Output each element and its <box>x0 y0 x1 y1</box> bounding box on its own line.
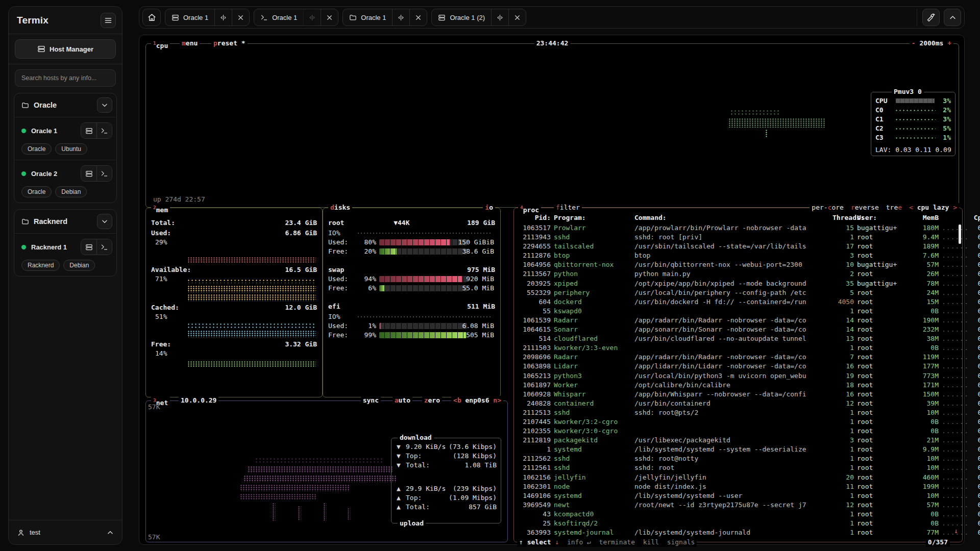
host-manager-button[interactable]: Host Manager <box>15 39 116 59</box>
proc-scrollbar[interactable] <box>959 224 961 244</box>
group-collapse-button[interactable] <box>97 214 112 229</box>
tab-split-button[interactable] <box>491 9 508 26</box>
admin-tools-button[interactable] <box>922 9 940 26</box>
host-group-header[interactable]: Oracle <box>14 93 116 117</box>
sidebar-footer[interactable]: test <box>9 520 122 544</box>
tab-split-button[interactable] <box>392 9 409 26</box>
session-tab-main[interactable]: Oracle 1 (2) <box>432 14 491 21</box>
proc-reverse-toggle[interactable]: reverse <box>851 203 879 212</box>
proc-row[interactable]: 43kcompactd01root0B........0.0 <box>514 510 962 519</box>
proc-row[interactable]: 3969549newt/root/newt --id z3rtyep2175u8… <box>514 500 962 510</box>
proc-row[interactable]: 2112876btopbtop3root7.6M........0.2 <box>514 251 962 260</box>
select-key[interactable]: select <box>527 538 551 546</box>
proc-row[interactable]: 552329periphery/usr/local/bin/periphery … <box>514 288 962 297</box>
tab-split-button[interactable] <box>214 9 232 26</box>
host-item[interactable]: Oracle 2OracleDebian <box>14 160 116 203</box>
group-collapse-button[interactable] <box>97 97 112 113</box>
proc-row[interactable]: 55kswapd01root0B........0.0 <box>514 307 962 316</box>
net-auto-toggle[interactable]: auto <box>393 396 412 405</box>
proc-filter-button[interactable]: filter <box>554 203 582 212</box>
proc-row[interactable]: 2098696Radarr/app/radarr/bin/Radarr -nob… <box>514 353 962 362</box>
cpu-box-title[interactable]: 1cpu <box>151 39 170 51</box>
proc-table[interactable]: 1063517Prowlarr/app/prowlarr/bin/Prowlar… <box>514 223 962 537</box>
session-tab[interactable]: Oracle 1 <box>165 9 250 26</box>
proc-row[interactable]: 604dockerd/usr/bin/dockerd -H fd:// --co… <box>514 297 962 307</box>
tab-close-button[interactable] <box>321 9 338 26</box>
host-terminal-button[interactable] <box>96 123 112 138</box>
home-button[interactable] <box>142 9 161 26</box>
proc-row[interactable]: 2107445kworker/3:2-cgro1root0B........0.… <box>514 417 962 427</box>
sidebar-menu-button[interactable] <box>101 13 116 28</box>
proc-row[interactable]: 1063517Prowlarr/app/prowlarr/bin/Prowlar… <box>514 223 962 233</box>
host-connect-button[interactable] <box>81 123 96 138</box>
proc-row[interactable]: 240828containerd/usr/bin/containerd12roo… <box>514 399 962 408</box>
sidebar-header: Termix <box>9 7 122 34</box>
terminate-key[interactable]: terminate <box>599 538 635 546</box>
proc-row[interactable]: 2294655tailscaled/usr/sbin/tailscaled --… <box>514 242 962 251</box>
download-arrow-icon: ▼ <box>397 442 401 452</box>
host-terminal-button[interactable] <box>96 239 112 255</box>
proc-row[interactable]: 1064956qbittorrent-nox/usr/bin/qbittorre… <box>514 260 962 269</box>
proc-row[interactable]: 2112561sshdsshd: root1root10M........0.0 <box>514 463 962 472</box>
kill-key[interactable]: kill <box>643 538 659 546</box>
host-item[interactable]: Racknerd 1RacknerdDebian <box>14 233 116 276</box>
refresh-interval-control[interactable]: - 2000ms + <box>910 39 953 48</box>
proc-row[interactable]: 1061539Radarr/app/radarr/bin/Radarr -nob… <box>514 316 962 325</box>
tab-close-button[interactable] <box>232 9 249 26</box>
proc-scroll-down-arrow[interactable]: ↓ <box>954 527 958 535</box>
collapse-topbar-button[interactable] <box>944 9 961 26</box>
proc-percore-toggle[interactable]: per-core <box>812 203 844 212</box>
proc-header-row[interactable]: Pid: Program: Command: Threads: User: Me… <box>514 213 962 222</box>
proc-row[interactable]: 514cloudflared/usr/bin/cloudflared --no-… <box>514 334 962 343</box>
host-connect-button[interactable] <box>81 166 96 181</box>
proc-row[interactable]: 2113567pythonpython main.py2root26M.....… <box>514 269 962 279</box>
mem-box-title[interactable]: 2mem <box>151 203 170 215</box>
proc-row[interactable]: 363993systemd-journal/lib/systemd/system… <box>514 528 962 537</box>
disks-io-toggle[interactable]: io <box>483 203 495 212</box>
proc-cell: ........ <box>942 390 967 399</box>
tab-split-button[interactable] <box>303 9 321 26</box>
proc-row[interactable]: 2111503kworker/3:3-even1root0B........0.… <box>514 343 962 353</box>
proc-row[interactable]: 1systemd/lib/systemd/systemd --system --… <box>514 445 962 454</box>
session-tab[interactable]: Oracle 1 <box>254 9 338 26</box>
session-tab[interactable]: Oracle 1 (2) <box>431 9 526 26</box>
session-tab-main[interactable]: Oracle 1 <box>165 14 214 21</box>
disks-box-title[interactable]: disks <box>328 203 352 212</box>
proc-row[interactable]: 2112562sshdsshd: root@notty1root10M.....… <box>514 454 962 463</box>
proc-row[interactable]: 1065213python3/usr/local/bin/python3 -m … <box>514 371 962 381</box>
proc-row[interactable]: 1469106systemd/lib/systemd/systemd --use… <box>514 491 962 500</box>
proc-row[interactable]: 2113943sshdsshd: root [priv]1root9.4M...… <box>514 233 962 242</box>
net-zero-toggle[interactable]: zero <box>422 396 442 405</box>
host-connect-button[interactable] <box>81 239 96 255</box>
proc-row[interactable]: 2112513sshdsshd: root@pts/21root10M.....… <box>514 408 962 417</box>
proc-row[interactable]: 1062156jellyfin/jellyfin/jellyfin20root4… <box>514 473 962 482</box>
cpu-menu-button[interactable]: menu <box>180 39 200 48</box>
proc-row[interactable]: 203925xpiped/opt/xpipe/app/bin/xpiped --… <box>514 279 962 288</box>
tab-close-button[interactable] <box>409 9 427 26</box>
session-tab[interactable]: Oracle 1 <box>342 9 427 26</box>
proc-tree-toggle[interactable]: tree <box>886 203 902 212</box>
cpu-preset-button[interactable]: preset * <box>211 39 248 48</box>
tab-close-button[interactable] <box>508 9 526 26</box>
host-terminal-button[interactable] <box>96 166 112 181</box>
search-input[interactable] <box>15 69 116 87</box>
proc-row[interactable]: 1064615Sonarr/app/sonarr/bin/Sonarr -nob… <box>514 325 962 334</box>
proc-row[interactable]: 25ksoftirqd/21root0B........0.0 <box>514 519 962 528</box>
net-interface-selector[interactable]: <b enp0s6 n> <box>451 396 503 405</box>
net-sync-toggle[interactable]: sync <box>361 396 381 405</box>
terminal-panel[interactable]: 1cpu menu preset * 23:44:42 - 2000ms + u… <box>139 35 965 545</box>
session-tab-main[interactable]: Oracle 1 <box>254 14 303 21</box>
proc-row[interactable]: 1062301nodenode dist/index.js11root199M.… <box>514 482 962 491</box>
proc-sort-selector[interactable]: < cpu lazy > <box>909 203 957 212</box>
chevron-up-icon[interactable] <box>107 529 114 536</box>
proc-row[interactable]: 2102355kworker/3:0-cgro1root0B........0.… <box>514 427 962 436</box>
proc-row[interactable]: 1060928Whisparr/app/bin/Whisparr --nobro… <box>514 390 962 399</box>
session-tab-main[interactable]: Oracle 1 <box>343 14 392 21</box>
info-key[interactable]: info ↵ <box>567 538 591 546</box>
proc-row[interactable]: 1063898Lidarr/app/lidarr/bin/Lidarr -nob… <box>514 362 962 371</box>
host-group-header[interactable]: Racknerd <box>14 210 116 233</box>
host-item[interactable]: Oracle 1OracleUbuntu <box>14 117 116 160</box>
signals-key[interactable]: signals <box>667 538 695 546</box>
proc-row[interactable]: 2112819packagekitd/usr/libexec/packageki… <box>514 436 962 445</box>
proc-row[interactable]: 1061897Worker/opt/calibre/bin/calibre18r… <box>514 381 962 390</box>
